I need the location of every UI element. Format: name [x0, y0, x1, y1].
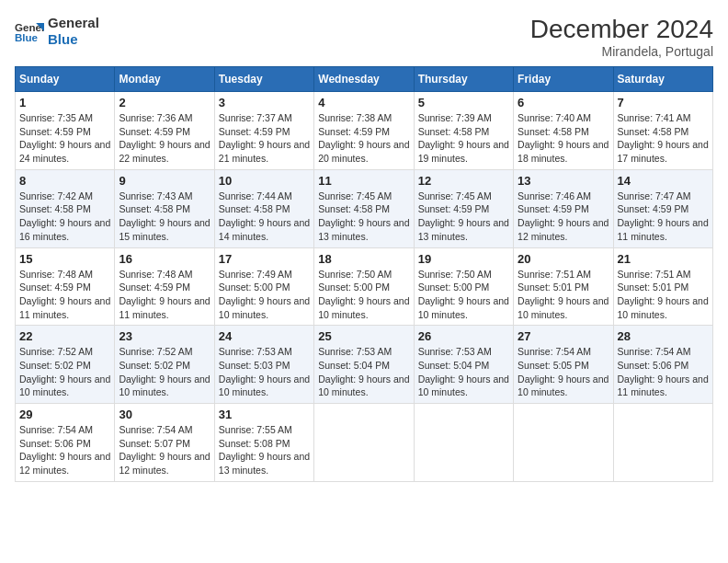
sunrise-label: Sunrise: 7:36 AM: [119, 112, 192, 123]
daylight-label: Daylight: 9 hours and 10 minutes.: [618, 295, 709, 320]
sunrise-label: Sunrise: 7:45 AM: [418, 190, 492, 201]
sunset-label: Sunset: 5:00 PM: [318, 282, 390, 293]
sunrise-label: Sunrise: 7:39 AM: [418, 112, 492, 123]
daylight-label: Daylight: 9 hours and 13 minutes.: [219, 451, 310, 476]
day-number: 1: [19, 96, 110, 109]
day-number: 5: [418, 96, 509, 109]
sunrise-label: Sunrise: 7:54 AM: [19, 424, 93, 435]
sunset-label: Sunset: 4:58 PM: [618, 126, 689, 137]
day-info: Sunrise: 7:39 AM Sunset: 4:58 PM Dayligh…: [418, 111, 509, 166]
calendar-cell: 2 Sunrise: 7:36 AM Sunset: 4:59 PM Dayli…: [115, 92, 214, 170]
day-number: 29: [19, 408, 110, 421]
sunrise-label: Sunrise: 7:40 AM: [518, 112, 591, 123]
day-info: Sunrise: 7:43 AM Sunset: 4:58 PM Dayligh…: [119, 190, 210, 244]
calendar-cell: 9 Sunrise: 7:43 AM Sunset: 4:58 PM Dayli…: [115, 169, 214, 247]
sunset-label: Sunset: 4:58 PM: [119, 203, 190, 214]
calendar-cell: 30 Sunrise: 7:54 AM Sunset: 5:07 PM Dayl…: [115, 404, 214, 482]
day-number: 20: [518, 252, 609, 266]
logo-general: General: [48, 15, 99, 31]
col-header-monday: Monday: [115, 67, 214, 92]
day-number: 30: [119, 408, 210, 421]
sunset-label: Sunset: 4:58 PM: [318, 203, 390, 214]
sunset-label: Sunset: 4:59 PM: [19, 282, 91, 293]
day-info: Sunrise: 7:47 AM Sunset: 4:59 PM Dayligh…: [618, 190, 709, 244]
day-number: 28: [618, 329, 709, 343]
day-number: 12: [418, 174, 509, 188]
logo: General Blue General Blue: [15, 15, 99, 48]
calendar-week-row: 22 Sunrise: 7:52 AM Sunset: 5:02 PM Dayl…: [16, 326, 713, 404]
sunset-label: Sunset: 4:59 PM: [518, 203, 589, 214]
day-info: Sunrise: 7:52 AM Sunset: 5:02 PM Dayligh…: [19, 345, 110, 399]
calendar-cell: 1 Sunrise: 7:35 AM Sunset: 4:59 PM Dayli…: [16, 92, 115, 170]
sunrise-label: Sunrise: 7:44 AM: [219, 190, 292, 201]
sunrise-label: Sunrise: 7:50 AM: [318, 269, 392, 280]
calendar-cell: 3 Sunrise: 7:37 AM Sunset: 4:59 PM Dayli…: [214, 92, 313, 170]
sunset-label: Sunset: 5:05 PM: [518, 360, 589, 371]
sunset-label: Sunset: 5:04 PM: [418, 360, 490, 371]
daylight-label: Daylight: 9 hours and 11 minutes.: [618, 373, 709, 398]
calendar-week-row: 1 Sunrise: 7:35 AM Sunset: 4:59 PM Dayli…: [16, 92, 713, 170]
day-info: Sunrise: 7:53 AM Sunset: 5:03 PM Dayligh…: [219, 345, 310, 399]
day-number: 15: [19, 252, 110, 266]
daylight-label: Daylight: 9 hours and 11 minutes.: [119, 295, 210, 320]
day-info: Sunrise: 7:46 AM Sunset: 4:59 PM Dayligh…: [518, 190, 609, 244]
day-number: 11: [318, 174, 409, 188]
sunrise-label: Sunrise: 7:53 AM: [219, 346, 292, 357]
daylight-label: Daylight: 9 hours and 10 minutes.: [119, 373, 210, 398]
sunset-label: Sunset: 5:00 PM: [219, 282, 290, 293]
daylight-label: Daylight: 9 hours and 20 minutes.: [318, 139, 409, 164]
sunrise-label: Sunrise: 7:53 AM: [418, 346, 492, 357]
day-info: Sunrise: 7:42 AM Sunset: 4:58 PM Dayligh…: [19, 190, 110, 244]
col-header-tuesday: Tuesday: [214, 67, 313, 92]
calendar-cell: 12 Sunrise: 7:45 AM Sunset: 4:59 PM Dayl…: [414, 169, 513, 247]
daylight-label: Daylight: 9 hours and 10 minutes.: [418, 373, 509, 398]
sunset-label: Sunset: 4:59 PM: [119, 282, 190, 293]
calendar-week-row: 8 Sunrise: 7:42 AM Sunset: 4:58 PM Dayli…: [16, 169, 713, 247]
day-info: Sunrise: 7:48 AM Sunset: 4:59 PM Dayligh…: [19, 268, 110, 322]
col-header-thursday: Thursday: [414, 67, 513, 92]
sunset-label: Sunset: 5:03 PM: [219, 360, 290, 371]
day-info: Sunrise: 7:45 AM Sunset: 4:58 PM Dayligh…: [318, 190, 409, 244]
day-number: 7: [618, 96, 709, 109]
day-info: Sunrise: 7:49 AM Sunset: 5:00 PM Dayligh…: [219, 268, 310, 322]
calendar-cell: 24 Sunrise: 7:53 AM Sunset: 5:03 PM Dayl…: [214, 326, 313, 404]
day-info: Sunrise: 7:37 AM Sunset: 4:59 PM Dayligh…: [219, 111, 310, 166]
title-block: December 2024 Mirandela, Portugal: [530, 15, 713, 59]
calendar-cell: 27 Sunrise: 7:54 AM Sunset: 5:05 PM Dayl…: [514, 326, 613, 404]
calendar-table: SundayMondayTuesdayWednesdayThursdayFrid…: [15, 66, 713, 482]
calendar-cell: 15 Sunrise: 7:48 AM Sunset: 4:59 PM Dayl…: [16, 247, 115, 326]
day-info: Sunrise: 7:51 AM Sunset: 5:01 PM Dayligh…: [618, 268, 709, 322]
day-number: 10: [219, 174, 310, 188]
calendar-cell: 14 Sunrise: 7:47 AM Sunset: 4:59 PM Dayl…: [613, 169, 712, 247]
daylight-label: Daylight: 9 hours and 13 minutes.: [418, 217, 509, 242]
day-info: Sunrise: 7:54 AM Sunset: 5:07 PM Dayligh…: [119, 423, 210, 477]
daylight-label: Daylight: 9 hours and 10 minutes.: [19, 373, 110, 398]
calendar-week-row: 15 Sunrise: 7:48 AM Sunset: 4:59 PM Dayl…: [16, 247, 713, 326]
day-number: 31: [219, 408, 310, 421]
sunrise-label: Sunrise: 7:52 AM: [19, 346, 93, 357]
daylight-label: Daylight: 9 hours and 11 minutes.: [618, 217, 709, 242]
col-header-wednesday: Wednesday: [314, 67, 414, 92]
day-number: 2: [119, 96, 210, 109]
daylight-label: Daylight: 9 hours and 10 minutes.: [219, 373, 310, 398]
day-number: 23: [119, 329, 210, 343]
sunset-label: Sunset: 4:59 PM: [418, 203, 490, 214]
sunset-label: Sunset: 5:01 PM: [618, 282, 689, 293]
day-info: Sunrise: 7:41 AM Sunset: 4:58 PM Dayligh…: [618, 111, 709, 166]
calendar-cell: 11 Sunrise: 7:45 AM Sunset: 4:58 PM Dayl…: [314, 169, 414, 247]
sunset-label: Sunset: 4:58 PM: [19, 203, 91, 214]
calendar-cell: 21 Sunrise: 7:51 AM Sunset: 5:01 PM Dayl…: [613, 247, 712, 326]
calendar-cell: [613, 404, 712, 482]
svg-text:Blue: Blue: [15, 32, 39, 43]
day-number: 19: [418, 252, 509, 266]
calendar-cell: 16 Sunrise: 7:48 AM Sunset: 4:59 PM Dayl…: [115, 247, 214, 326]
calendar-cell: 23 Sunrise: 7:52 AM Sunset: 5:02 PM Dayl…: [115, 326, 214, 404]
sunset-label: Sunset: 5:01 PM: [518, 282, 589, 293]
sunrise-label: Sunrise: 7:47 AM: [618, 190, 691, 201]
daylight-label: Daylight: 9 hours and 19 minutes.: [418, 139, 509, 164]
sunrise-label: Sunrise: 7:48 AM: [19, 269, 93, 280]
daylight-label: Daylight: 9 hours and 12 minutes.: [19, 451, 110, 476]
day-number: 8: [19, 174, 110, 188]
sunset-label: Sunset: 5:02 PM: [119, 360, 190, 371]
calendar-cell: 5 Sunrise: 7:39 AM Sunset: 4:58 PM Dayli…: [414, 92, 513, 170]
